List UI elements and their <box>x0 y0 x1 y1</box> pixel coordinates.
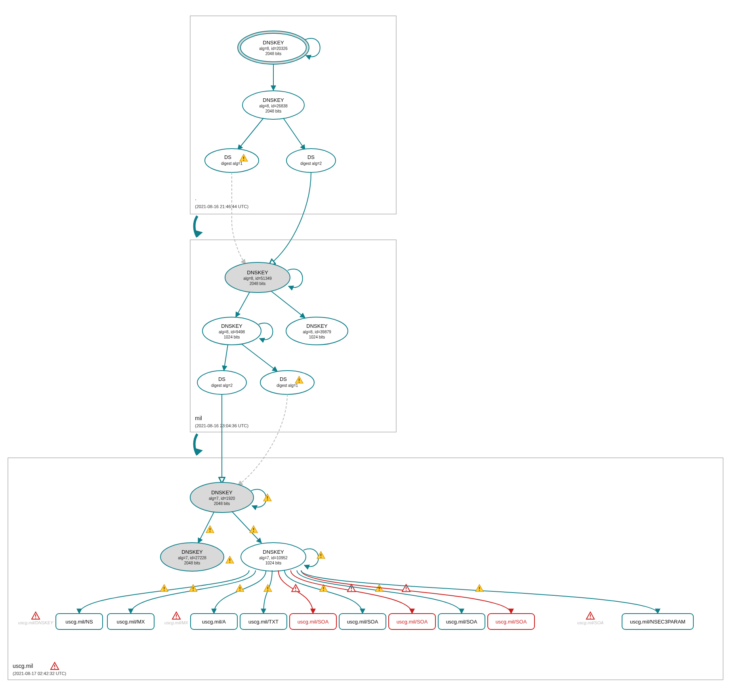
node-mil-ksk-line1: alg=8, id=51349 <box>243 276 272 281</box>
zone-mil-name: mil <box>195 415 202 421</box>
rrset-box[interactable]: uscg.mil/NSEC3PARAM <box>622 614 693 629</box>
node-mil-zsk1-title: DNSKEY <box>221 323 242 329</box>
node-root-ds2[interactable]: DS digest alg=2 <box>286 149 336 172</box>
node-root-ds1-line1: digest alg=1 <box>221 161 243 166</box>
rrset-box[interactable]: uscg.mil/SOA <box>389 614 435 629</box>
edge-root-zsk-ds2 <box>283 118 305 150</box>
edge-uscg-zsk-rrset <box>297 570 462 614</box>
node-root-ksk-title: DNSKEY <box>263 40 284 46</box>
node-uscg-ksk-title: DNSKEY <box>211 490 233 495</box>
node-uscg-ksk[interactable]: DNSKEY alg=7, id=1920 2048 bits <box>190 482 254 513</box>
rrset-label: uscg.mil/SOA <box>397 619 428 625</box>
node-root-ksk[interactable]: DNSKEY alg=8, id=20326 2048 bits <box>238 31 309 64</box>
node-mil-zsk1-line2: 1024 bits <box>224 335 240 339</box>
edge-root-zsk-ds1 <box>238 118 263 150</box>
node-root-zsk[interactable]: DNSKEY alg=8, id=26838 2048 bits <box>242 91 304 119</box>
rrset-label: uscg.mil/SOA <box>446 619 477 625</box>
warning-icon <box>189 585 197 592</box>
rrset-box[interactable]: uscg.mil/NS <box>56 614 103 629</box>
node-mil-ds2-title: DS <box>280 376 287 382</box>
edge-uscg-ksk-zsk <box>232 511 261 543</box>
rrset-box[interactable]: uscg.mil/SOA <box>339 614 386 629</box>
rrset-label: uscg.mil/NSEC3PARAM <box>630 619 685 625</box>
node-mil-zsk2-title: DNSKEY <box>306 323 328 329</box>
svg-point-17 <box>197 371 246 394</box>
edge-uscg-zsk-rrset <box>79 570 249 614</box>
warning-icon <box>475 585 483 592</box>
node-mil-ksk-line2: 2048 bits <box>250 281 266 286</box>
node-root-ds1-title: DS <box>224 154 231 160</box>
error-icon <box>586 612 594 619</box>
svg-rect-20 <box>8 458 723 680</box>
edge-uscg-zsk-rrset <box>214 570 266 614</box>
node-root-ds1[interactable]: DS digest alg=1 <box>205 149 259 172</box>
node-mil-zsk1-line1: alg=8, id=9498 <box>219 330 245 334</box>
warning-icon <box>236 585 244 592</box>
edge-mil-ds2-uscg-ksk <box>238 394 287 486</box>
node-root-ds2-title: DS <box>307 154 315 160</box>
node-root-ds2-line1: digest alg=2 <box>300 161 322 166</box>
error-icon <box>172 612 180 619</box>
node-mil-ds1-line1: digest alg=2 <box>211 383 233 388</box>
node-root-zsk-title: DNSKEY <box>263 97 284 103</box>
rrset-box[interactable]: uscg.mil/SOA <box>438 614 485 629</box>
node-root-zsk-line1: alg=8, id=26838 <box>259 104 288 108</box>
node-mil-ksk[interactable]: DNSKEY alg=8, id=51349 2048 bits <box>225 262 290 293</box>
extra-dnskey-label: uscg.mil/DNSKEY <box>18 620 53 625</box>
node-mil-ds1[interactable]: DS digest alg=2 <box>197 371 246 394</box>
svg-point-11 <box>286 149 336 172</box>
node-uscg-ksk-line2: 2048 bits <box>214 501 230 506</box>
rrset-label: uscg.mil/SOA <box>347 619 378 625</box>
error-icon <box>32 612 40 619</box>
node-root-ksk-line2: 2048 bits <box>265 52 282 56</box>
rrset-box[interactable]: uscg.mil/A <box>191 614 237 629</box>
zone-uscg-name: uscg.mil <box>13 663 33 669</box>
rrset-label: uscg.mil/A <box>202 619 226 625</box>
node-mil-ksk-title: DNSKEY <box>247 270 268 275</box>
rrset-box[interactable]: uscg.mil/SOA <box>488 614 534 629</box>
node-mil-zsk1[interactable]: DNSKEY alg=8, id=9498 1024 bits <box>202 317 261 345</box>
node-mil-ds1-title: DS <box>218 376 225 382</box>
warning-icon <box>263 494 271 501</box>
svg-point-18 <box>260 371 314 394</box>
warning-icon <box>160 585 168 592</box>
edge-mil-zsk1-ds1 <box>224 345 228 371</box>
rrset-label: uscg.mil/TXT <box>248 619 279 625</box>
edge-uscg-zsk-rrset <box>263 570 272 614</box>
rrset-box[interactable]: uscg.mil/TXT <box>240 614 287 629</box>
zone-uscg-timestamp: (2021-08-17 02:42:32 UTC) <box>13 671 66 676</box>
edge-mil-ksk-zsk2 <box>271 291 305 318</box>
edge-mil-zsk1-ds2 <box>242 344 277 371</box>
rrset-label: uscg.mil/SOA <box>496 619 527 625</box>
edge-uscg-ksk-key2 <box>198 512 214 543</box>
warning-icon <box>206 526 214 533</box>
node-root-zsk-line2: 2048 bits <box>265 109 282 113</box>
node-mil-ds2[interactable]: DS digest alg=1 <box>260 371 314 394</box>
node-mil-zsk2-line1: alg=8, id=39879 <box>303 330 331 334</box>
zone-uscg: uscg.mil (2021-08-17 02:42:32 UTC) DNSKE… <box>8 458 723 680</box>
extra-soa: uscg.mil/SOA <box>577 612 604 625</box>
rrset-box[interactable]: uscg.mil/MX <box>107 614 154 629</box>
node-mil-zsk2[interactable]: DNSKEY alg=8, id=39879 1024 bits <box>286 317 348 345</box>
extra-mx: uscg.mil/MX <box>164 612 189 625</box>
edge-root-ds2-mil-ksk <box>269 172 311 265</box>
extra-dnskey: uscg.mil/DNSKEY <box>18 612 53 625</box>
error-icon <box>51 662 59 669</box>
edge-root-ds1-mil-ksk <box>232 172 246 264</box>
extra-soa-label: uscg.mil/SOA <box>577 620 604 625</box>
node-uscg-zsk[interactable]: DNSKEY alg=7, id=10952 1024 bits <box>241 543 306 571</box>
node-uscg-key2[interactable]: DNSKEY alg=7, id=27228 2048 bits <box>160 543 224 571</box>
node-mil-ds2-line1: digest alg=1 <box>277 383 298 388</box>
warning-icon <box>264 585 272 592</box>
zone-root-name: . <box>195 195 197 201</box>
node-root-ksk-line1: alg=8, id=20326 <box>259 46 288 51</box>
svg-point-10 <box>205 149 259 172</box>
node-uscg-zsk-title: DNSKEY <box>263 549 284 555</box>
zone-root-timestamp: (2021-08-16 21:46:44 UTC) <box>195 204 248 209</box>
edge-mil-ksk-zsk1 <box>236 292 250 317</box>
rrset-label: uscg.mil/MX <box>117 619 145 625</box>
node-mil-zsk2-line2: 1024 bits <box>309 335 325 339</box>
rrset-label: uscg.mil/NS <box>65 619 93 625</box>
warning-icon <box>226 556 234 563</box>
rrset-box[interactable]: uscg.mil/SOA <box>290 614 336 629</box>
